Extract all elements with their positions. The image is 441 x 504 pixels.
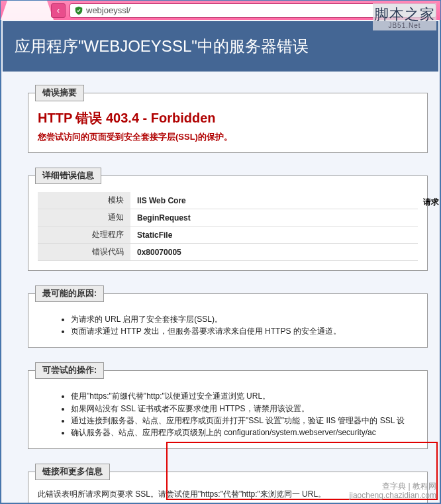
shield-icon: [74, 6, 83, 15]
causes-legend: 最可能的原因:: [35, 285, 104, 302]
url-text: webjoeyssl/: [86, 5, 130, 15]
page-body: 应用程序"WEBJOEYSSL"中的服务器错误 错误摘要 HTTP 错误 403…: [1, 20, 440, 503]
list-item: 如果网站没有 SSL 证书或者不应要求使用 HTTPS，请禁用该设置。: [71, 403, 418, 414]
back-button[interactable]: ‹: [51, 3, 66, 18]
table-row: 处理程序StaticFile: [38, 227, 418, 244]
table-row: 通知BeginRequest: [38, 209, 418, 227]
active-tab[interactable]: [1, 1, 54, 20]
error-code-title: HTTP 错误 403.4 - Forbidden: [38, 109, 418, 127]
more-info-link[interactable]: 查看更多信息 »: [38, 502, 92, 503]
watermark-logo: 脚本之家 JB51.Net: [373, 3, 436, 30]
list-item: 使用"https:"前缀代替"http:"以便通过安全通道浏览 URL。: [71, 391, 418, 401]
error-details-box: 详细错误信息 模块IIS Web Core 通知BeginRequest 处理程…: [28, 168, 428, 271]
error-summary-legend: 错误摘要: [35, 85, 84, 101]
causes-box: 最可能的原因: 为请求的 URL 启用了安全套接字层(SSL)。 页面请求通过 …: [28, 285, 428, 348]
table-row: 错误代码0x80070005: [38, 244, 418, 261]
footer-watermark: 查字典 | 教程网 jiaocheng.chazidian.com: [350, 482, 436, 501]
error-details-legend: 详细错误信息: [35, 168, 101, 184]
chevron-left-icon: ‹: [57, 5, 60, 15]
list-item: 通过连接到服务器、站点、应用程序或页面并打开"SSL 设置"功能，验证 IIS …: [71, 415, 418, 426]
error-subtitle: 您尝试访问的页面受到安全套接字层(SSL)的保护。: [38, 131, 418, 143]
tryable-legend: 可尝试的操作:: [35, 362, 104, 379]
details-right-stub: 请求: [423, 197, 439, 208]
list-item: 为请求的 URL 启用了安全套接字层(SSL)。: [71, 314, 418, 325]
list-item: 确认服务器、站点、应用程序或页级别上的 configuration/system…: [71, 427, 418, 438]
error-summary-box: 错误摘要 HTTP 错误 403.4 - Forbidden 您尝试访问的页面受…: [28, 85, 428, 153]
table-row: 模块IIS Web Core: [38, 192, 418, 209]
tryable-box: 可尝试的操作: 使用"https:"前缀代替"http:"以便通过安全通道浏览 …: [28, 362, 428, 449]
more-info-legend: 链接和更多信息: [35, 464, 110, 480]
details-table: 模块IIS Web Core 通知BeginRequest 处理程序Static…: [38, 192, 418, 261]
more-info-text: 此错误表明所请求网页要求 SSL。请尝试使用"https:"代替"http:"来…: [38, 489, 326, 499]
list-item: 页面请求通过 HTTP 发出，但服务器要求请求来自使用 HTTPS 的安全通道。: [71, 326, 418, 336]
